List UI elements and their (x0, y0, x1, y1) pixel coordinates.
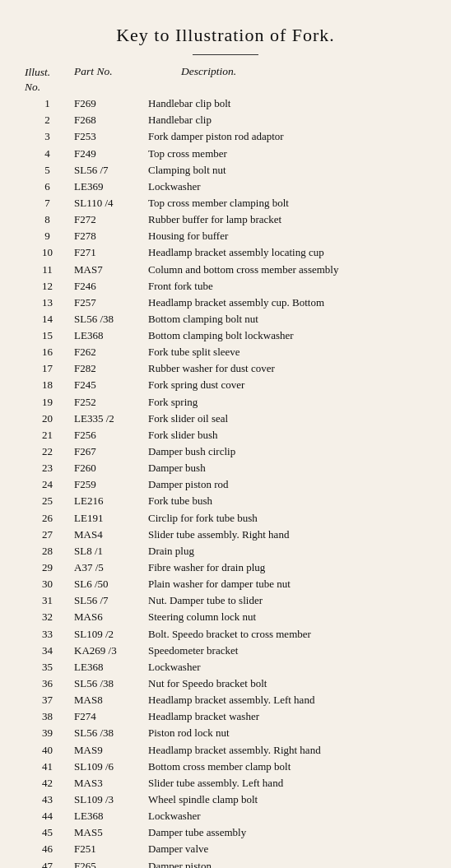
column-headers: Illust. No. Part No. Description. (25, 65, 426, 94)
description: Fork tube bush (148, 493, 426, 509)
description: Headlamp bracket assembly cup. Bottom (148, 295, 426, 311)
table-row: 14SL56 /38Bottom clamping bolt nut (25, 311, 426, 327)
part-number: MAS5 (74, 824, 148, 841)
table-row: 3F253Fork damper piston rod adaptor (25, 128, 426, 145)
table-row: 24F259Damper piston rod (25, 476, 426, 493)
description: Bottom clamping bolt lockwasher (148, 327, 426, 344)
part-number: F262 (74, 344, 148, 360)
table-row: 37MAS8Headlamp bracket assembly. Left ha… (25, 692, 426, 708)
table-row: 25LE216Fork tube bush (25, 493, 426, 509)
part-number: SL109 /2 (74, 626, 148, 643)
description: Headlamp bracket assembly. Right hand (148, 742, 426, 759)
table-row: 13F257Headlamp bracket assembly cup. Bot… (25, 295, 426, 311)
illust-number: 32 (25, 609, 74, 625)
illust-number: 17 (25, 360, 74, 377)
description: Top cross member clamping bolt (148, 195, 426, 211)
illust-number: 33 (25, 626, 74, 643)
part-number: F256 (74, 427, 148, 443)
illust-number: 42 (25, 775, 74, 791)
illust-number: 23 (25, 460, 74, 476)
part-number: F253 (74, 128, 148, 145)
illust-number: 27 (25, 527, 74, 543)
illust-number: 25 (25, 493, 74, 509)
part-number: F259 (74, 476, 148, 493)
table-row: 6LE369Lockwasher (25, 179, 426, 195)
description: Drain plug (148, 543, 426, 559)
illust-number: 10 (25, 244, 74, 261)
description: Lockwasher (148, 659, 426, 675)
table-row: 42MAS3Slider tube assembly. Left hand (25, 775, 426, 791)
table-row: 2F268Handlebar clip (25, 112, 426, 128)
table-row: 22F267Damper bush circlip (25, 443, 426, 460)
description: Damper bush circlip (148, 443, 426, 460)
part-number: SL8 /1 (74, 543, 148, 559)
table-row: 28SL8 /1Drain plug (25, 543, 426, 559)
part-number: SL110 /4 (74, 195, 148, 211)
description: Housing for buffer (148, 228, 426, 244)
part-number: F282 (74, 360, 148, 377)
part-number: SL56 /7 (74, 592, 148, 609)
page-title: Key to Illustration of Fork. (25, 25, 426, 46)
illust-number: 20 (25, 411, 74, 427)
description: Fork spring (148, 394, 426, 411)
description: Damper piston (148, 858, 426, 868)
part-number: F269 (74, 95, 148, 112)
description: Lockwasher (148, 179, 426, 195)
illust-number: 3 (25, 128, 74, 145)
description: Nut. Damper tube to slider (148, 592, 426, 609)
description: Handlebar clip bolt (148, 95, 426, 112)
illust-number: 29 (25, 559, 74, 576)
description: Bottom clamping bolt nut (148, 311, 426, 327)
description: Circlip for fork tube bush (148, 510, 426, 527)
illust-number: 44 (25, 808, 74, 824)
table-row: 33SL109 /2Bolt. Speedo bracket to cross … (25, 626, 426, 643)
part-number: SL56 /7 (74, 162, 148, 179)
header-part-no: Part No. (74, 65, 148, 94)
description: Lockwasher (148, 808, 426, 824)
table-row: 4F249Top cross member (25, 146, 426, 162)
description: Headlamp bracket assembly locating cup (148, 244, 426, 261)
description: Front fork tube (148, 278, 426, 295)
illust-number: 28 (25, 543, 74, 559)
illust-number: 43 (25, 791, 74, 808)
part-number: F246 (74, 278, 148, 295)
illust-number: 5 (25, 162, 74, 179)
illust-number: 14 (25, 311, 74, 327)
part-number: MAS6 (74, 609, 148, 625)
illust-number: 36 (25, 675, 74, 692)
table-row: 31SL56 /7Nut. Damper tube to slider (25, 592, 426, 609)
description: Slider tube assembly. Right hand (148, 527, 426, 543)
illust-number: 35 (25, 659, 74, 675)
illust-number: 47 (25, 858, 74, 868)
description: Fork damper piston rod adaptor (148, 128, 426, 145)
header-description: Description. (148, 65, 426, 94)
description: Nut for Speedo bracket bolt (148, 675, 426, 692)
table-row: 21F256Fork slider bush (25, 427, 426, 443)
table-row: 34KA269 /3Speedometer bracket (25, 643, 426, 659)
table-row: 16F262Fork tube split sleeve (25, 344, 426, 360)
description: Damper piston rod (148, 476, 426, 493)
part-number: MAS7 (74, 262, 148, 278)
illust-number: 4 (25, 146, 74, 162)
description: Rubber washer for dust cover (148, 360, 426, 377)
description: Column and bottom cross member assembly (148, 262, 426, 278)
description: Bottom cross member clamp bolt (148, 759, 426, 775)
part-number: SL56 /38 (74, 675, 148, 692)
description: Piston rod lock nut (148, 725, 426, 741)
table-row: 30SL6 /50Plain washer for damper tube nu… (25, 576, 426, 592)
part-number: SL109 /6 (74, 759, 148, 775)
part-number: LE368 (74, 659, 148, 675)
part-number: KA269 /3 (74, 643, 148, 659)
part-number: F252 (74, 394, 148, 411)
table-row: 17F282Rubber washer for dust cover (25, 360, 426, 377)
illust-number: 45 (25, 824, 74, 841)
illust-number: 12 (25, 278, 74, 295)
illust-number: 18 (25, 377, 74, 393)
table-row: 5SL56 /7Clamping bolt nut (25, 162, 426, 179)
part-number: F278 (74, 228, 148, 244)
table-row: 35LE368Lockwasher (25, 659, 426, 675)
illust-number: 40 (25, 742, 74, 759)
part-number: A37 /5 (74, 559, 148, 576)
parts-table: Illust. No. Part No. Description. 1F269H… (25, 65, 426, 868)
table-row: 47F265Damper piston (25, 858, 426, 868)
